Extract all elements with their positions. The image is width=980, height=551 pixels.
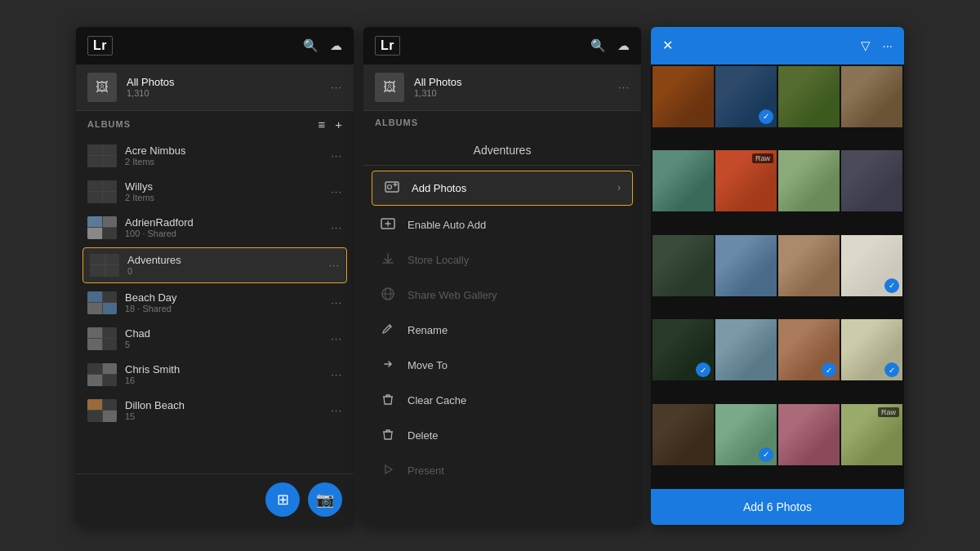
context-menu-title: Adventures <box>363 134 641 166</box>
album-name: AdrienRadford <box>125 216 323 229</box>
lr-logo-left: Lr <box>87 36 113 56</box>
menu-item-present: Present <box>363 453 641 488</box>
albums-header-left: ALBUMS ≡ + <box>76 111 354 138</box>
album-more-button[interactable]: ··· <box>331 185 342 198</box>
thumb-cell <box>87 156 102 167</box>
filter-button-right[interactable]: ▽ <box>861 38 871 53</box>
menu-item-add-photos[interactable]: Add Photos › <box>372 171 633 206</box>
album-item-adrienradford[interactable]: AdrienRadford 100 · Shared ··· <box>76 210 354 246</box>
thumb-cell <box>87 375 102 386</box>
delete-icon <box>380 427 396 444</box>
menu-item-rename[interactable]: Rename <box>363 313 641 348</box>
thumb-cell <box>87 303 102 314</box>
left-panel: Lr 🔍 ☁ 🖼 All Photos 1,310 ··· ALBUMS ≡ + <box>76 27 354 525</box>
album-item-chris-smith[interactable]: Chris Smith 16 ··· <box>76 357 354 393</box>
add-photos-button[interactable]: Add 6 Photos <box>651 489 904 525</box>
photo-image-7 <box>841 150 902 211</box>
album-name: Willys <box>125 180 323 193</box>
photo-cell-9[interactable] <box>715 235 777 296</box>
album-more-button[interactable]: ··· <box>328 259 340 271</box>
menu-item-enable-auto-add[interactable]: Enable Auto Add <box>363 207 641 242</box>
album-more-button[interactable]: ··· <box>331 149 342 162</box>
photo-cell-2[interactable] <box>778 66 840 127</box>
album-item-willys[interactable]: Willys 2 Items ··· <box>76 174 354 210</box>
album-more-button[interactable]: ··· <box>331 296 342 309</box>
menu-item-delete[interactable]: Delete <box>363 418 641 453</box>
menu-item-clear-cache[interactable]: Clear Cache <box>363 383 641 418</box>
all-photos-row-middle[interactable]: 🖼 All Photos 1,310 ··· <box>363 64 641 111</box>
photo-badge-19: Raw <box>878 407 899 417</box>
context-menu-list: Add Photos › Enable Auto Add Store Local… <box>363 166 641 525</box>
rename-icon <box>380 322 396 339</box>
photo-image-3 <box>841 66 902 127</box>
album-meta: 2 Items <box>125 193 323 202</box>
gallery-button[interactable]: ⊞ <box>265 482 300 517</box>
cloud-button-left[interactable]: ☁ <box>330 38 342 53</box>
middle-panel: Lr 🔍 ☁ 🖼 All Photos 1,310 ··· ALBUMS Adv… <box>363 27 641 525</box>
album-meta: 5 <box>125 340 323 349</box>
close-button-right[interactable]: ✕ <box>662 38 673 53</box>
photo-cell-4[interactable] <box>653 150 714 211</box>
album-more-button[interactable]: ··· <box>331 332 342 344</box>
thumb-cell <box>103 216 118 228</box>
album-info: AdrienRadford 100 · Shared <box>125 216 323 238</box>
present-label: Present <box>408 464 625 477</box>
photo-cell-14[interactable]: ✓ <box>778 319 840 380</box>
photo-cell-18[interactable] <box>778 404 840 465</box>
photo-cell-11[interactable]: ✓ <box>841 235 902 296</box>
album-thumb <box>87 363 117 386</box>
move-to-label: Move To <box>408 359 625 371</box>
photo-cell-13[interactable] <box>715 319 777 380</box>
album-item-acre-nimbus[interactable]: Acre Nimbus 2 Items ··· <box>76 138 354 174</box>
album-more-button[interactable]: ··· <box>331 221 342 233</box>
album-thumb <box>87 144 117 167</box>
menu-item-store-locally: Store Locally <box>363 242 641 278</box>
photo-cell-7[interactable] <box>841 150 902 211</box>
album-info: Willys 2 Items <box>125 180 323 202</box>
search-button-left[interactable]: 🔍 <box>303 38 318 53</box>
camera-button[interactable]: 📷 <box>308 482 342 517</box>
menu-item-move-to[interactable]: Move To <box>363 348 641 383</box>
photo-cell-6[interactable] <box>778 150 840 211</box>
sort-albums-button[interactable]: ≡ <box>318 118 325 131</box>
photo-image-2 <box>778 66 840 127</box>
photo-cell-17[interactable]: ✓ <box>715 404 777 465</box>
thumb-cell <box>103 156 118 167</box>
add-album-button[interactable]: + <box>335 118 342 131</box>
photo-cell-3[interactable] <box>841 66 902 127</box>
photo-cell-8[interactable] <box>653 235 714 296</box>
photo-cell-16[interactable] <box>653 404 714 465</box>
photo-cell-0[interactable] <box>653 66 714 127</box>
photo-image-9 <box>715 235 777 296</box>
all-photos-more-left[interactable]: ··· <box>331 81 342 93</box>
album-info: Beach Day 18 · Shared <box>125 291 323 313</box>
album-thumb <box>87 216 117 239</box>
photo-image-16 <box>653 404 714 465</box>
photo-cell-5[interactable]: Raw <box>715 150 777 211</box>
enable-auto-add-icon <box>380 216 396 233</box>
all-photos-row-left[interactable]: 🖼 All Photos 1,310 ··· <box>76 64 354 111</box>
album-item-chad[interactable]: Chad 5 ··· <box>76 321 354 357</box>
album-meta: 15 <box>125 411 323 421</box>
album-more-button[interactable]: ··· <box>331 368 342 380</box>
thumb-cell <box>103 180 118 192</box>
photo-cell-12[interactable]: ✓ <box>653 319 714 380</box>
left-header-icons: 🔍 ☁ <box>303 38 342 53</box>
album-item-beach-day[interactable]: Beach Day 18 · Shared ··· <box>76 285 354 321</box>
photo-cell-15[interactable]: ✓ <box>841 319 902 380</box>
thumb-cell <box>103 192 118 203</box>
photo-cell-19[interactable]: Raw <box>841 404 902 465</box>
search-button-middle[interactable]: 🔍 <box>590 38 606 53</box>
album-more-button[interactable]: ··· <box>331 404 342 416</box>
album-info: Adventures 0 <box>127 254 320 276</box>
more-button-right[interactable]: ··· <box>882 38 893 52</box>
all-photos-count-left: 1,310 <box>127 88 321 98</box>
all-photos-more-middle[interactable]: ··· <box>618 81 630 93</box>
album-item-dillon-beach[interactable]: Dillon Beach 15 ··· <box>76 393 354 429</box>
photo-cell-1[interactable]: ✓ <box>715 66 777 127</box>
cloud-button-middle[interactable]: ☁ <box>617 38 630 53</box>
thumb-cell <box>87 192 102 203</box>
album-item-adventures[interactable]: Adventures 0 ··· <box>82 247 347 283</box>
left-header: Lr 🔍 ☁ <box>76 27 354 64</box>
photo-cell-10[interactable] <box>778 235 840 296</box>
